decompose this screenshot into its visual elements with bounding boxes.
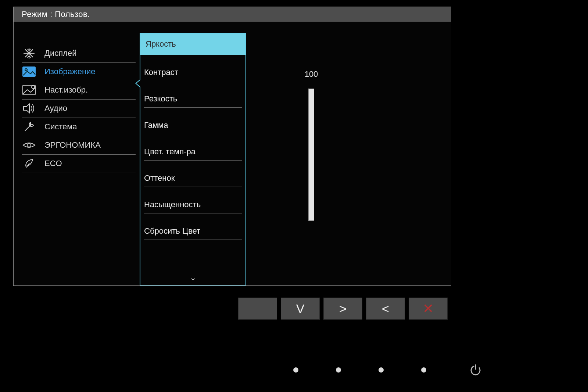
wrench-icon <box>22 121 36 133</box>
picture-icon <box>22 66 36 77</box>
submenu-item-label: Сбросить Цвет <box>144 226 200 236</box>
submenu-item-label: Гамма <box>144 121 168 130</box>
osd-button-row: V > < ✕ <box>238 298 448 320</box>
submenu-item-label: Цвет. темп-ра <box>144 147 196 157</box>
sidebar-item-label: Система <box>44 122 77 132</box>
value-readout: 100 <box>293 69 330 79</box>
value-panel: 100 <box>293 69 330 221</box>
picture-gear-icon <box>22 85 36 95</box>
sidebar-item-label: Дисплей <box>44 48 76 58</box>
sidebar-item-label: Аудио <box>44 104 67 113</box>
submenu-panel: Яркость Контраст Резкость Гамма Цвет. те… <box>140 33 246 285</box>
sidebar-item-image[interactable]: Изображение <box>22 63 136 81</box>
svg-point-7 <box>32 86 35 89</box>
indicator-dot <box>336 367 341 373</box>
indicator-dot <box>379 367 384 373</box>
sidebar-item-audio[interactable]: Аудио <box>22 100 136 118</box>
sidebar-item-label: ЭРГОНОМИКА <box>44 140 101 150</box>
value-slider-fill <box>309 89 314 220</box>
submenu-item-colortemp[interactable]: Цвет. темп-ра <box>144 134 242 161</box>
submenu-item-resetcolor[interactable]: Сбросить Цвет <box>144 213 242 240</box>
sidebar-item-label: ECO <box>44 159 62 168</box>
osd-button-close[interactable]: ✕ <box>409 298 448 320</box>
submenu-item-label: Яркость <box>146 39 176 49</box>
indicator-dot <box>293 367 298 373</box>
chevron-down-icon: V <box>296 302 305 316</box>
submenu-item-label: Резкость <box>144 94 177 104</box>
submenu-item-label: Оттенок <box>144 173 175 183</box>
speaker-icon <box>22 103 36 114</box>
osd-button-right[interactable]: > <box>323 298 362 320</box>
value-slider[interactable] <box>308 89 314 221</box>
submenu-item-hue[interactable]: Оттенок <box>144 161 242 187</box>
sidebar-item-label: Изображение <box>44 67 96 76</box>
indicator-dot <box>421 367 426 373</box>
close-icon: ✕ <box>423 301 434 316</box>
leaf-icon <box>22 158 36 169</box>
sidebar-item-ergonomics[interactable]: ЭРГОНОМИКА <box>22 136 136 155</box>
svg-rect-4 <box>23 67 35 76</box>
submenu-item-gamma[interactable]: Гамма <box>144 108 242 134</box>
sidebar-item-image-setup[interactable]: Наст.изобр. <box>22 81 136 100</box>
bezel-indicator-dots <box>293 367 426 373</box>
sidebar: Дисплей Изображение Наст.изобр. Аудио <box>22 44 136 173</box>
snowflake-icon <box>22 47 36 60</box>
osd-body: Дисплей Изображение Наст.изобр. Аудио <box>14 22 451 285</box>
sidebar-item-label: Наст.изобр. <box>44 85 88 95</box>
chevron-down-icon[interactable]: ⌄ <box>190 273 196 283</box>
osd-header: Режим : Пользов. <box>14 7 451 22</box>
submenu-item-brightness[interactable]: Яркость <box>140 33 245 55</box>
mode-label: Режим : Пользов. <box>22 10 90 19</box>
svg-point-10 <box>27 143 31 147</box>
submenu-item-label: Насыщенность <box>144 200 201 209</box>
svg-marker-8 <box>24 104 29 113</box>
chevron-right-icon: > <box>339 302 347 316</box>
submenu-item-label: Контраст <box>144 68 178 77</box>
sidebar-item-system[interactable]: Система <box>22 118 136 136</box>
eye-icon <box>22 141 36 150</box>
chevron-left-icon: < <box>382 302 389 316</box>
sidebar-item-eco[interactable]: ECO <box>22 155 136 173</box>
osd-window: Режим : Пользов. Дисплей Изображение <box>13 7 451 286</box>
osd-button-blank[interactable] <box>238 298 277 320</box>
svg-line-9 <box>25 126 30 131</box>
submenu-item-sharpness[interactable]: Резкость <box>144 81 242 108</box>
power-icon[interactable] <box>469 363 482 378</box>
submenu-item-contrast[interactable]: Контраст <box>144 55 242 81</box>
osd-button-left[interactable]: < <box>366 298 405 320</box>
submenu-item-saturation[interactable]: Насыщенность <box>144 187 242 213</box>
osd-button-down[interactable]: V <box>281 298 320 320</box>
sidebar-item-display[interactable]: Дисплей <box>22 44 136 63</box>
